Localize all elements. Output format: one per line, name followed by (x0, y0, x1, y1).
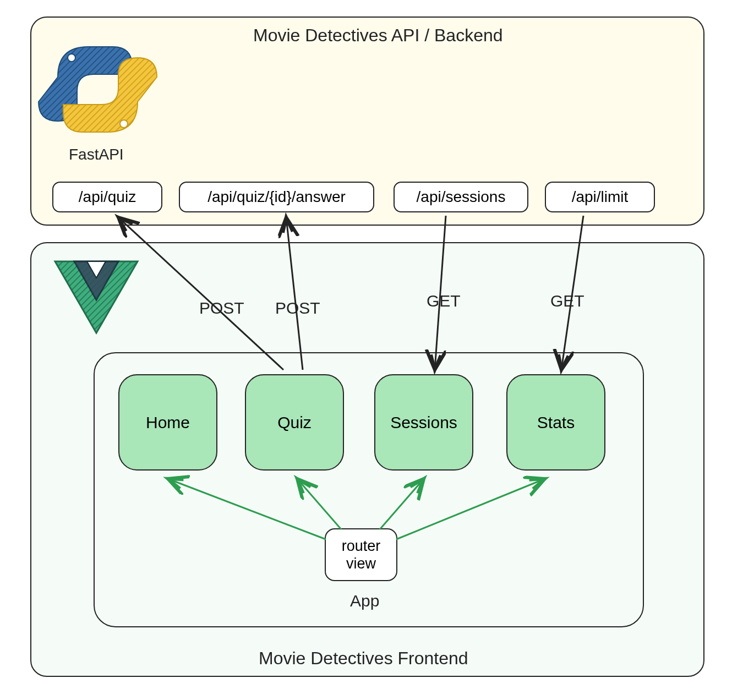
svg-line-15 (168, 479, 326, 539)
method-label-get-2: GET (550, 292, 584, 310)
svg-line-12 (286, 217, 303, 370)
svg-line-18 (396, 479, 545, 539)
arrows-layer (0, 0, 743, 700)
svg-line-16 (297, 479, 341, 529)
method-label-post-1: POST (199, 299, 244, 318)
method-label-get-1: GET (427, 292, 461, 310)
method-label-post-2: POST (275, 299, 320, 318)
svg-line-11 (118, 217, 283, 370)
svg-line-17 (380, 479, 424, 529)
